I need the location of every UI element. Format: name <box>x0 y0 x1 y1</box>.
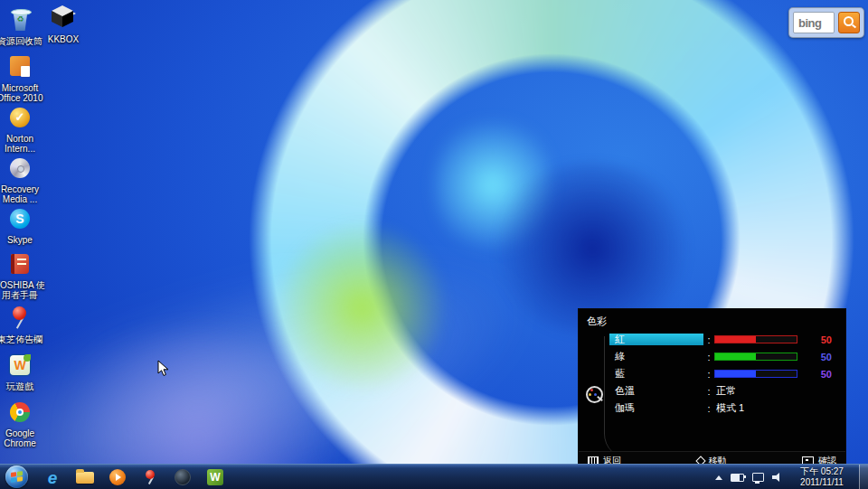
magnifier-icon <box>844 16 854 26</box>
internet-explorer-icon <box>48 469 58 486</box>
osd-title: 色彩 <box>587 315 607 328</box>
osd-row-label: 色溫 <box>609 385 703 397</box>
osd-row-label: 伽瑪 <box>609 402 703 414</box>
icon-label: 東芝佈告欄 <box>0 334 45 344</box>
desktop-icon-recovery-media[interactable]: Recovery Media ... <box>0 154 45 204</box>
osd-row-green: 綠 : 50 <box>609 348 840 365</box>
osd-row-label: 綠 <box>609 351 703 362</box>
osd-row-blue: 藍 : 50 <box>609 365 840 382</box>
taskbar: 下午 05:27 2011/11/11 <box>0 464 868 489</box>
battery-icon[interactable] <box>731 474 744 482</box>
desktop-icon-chrome[interactable]: Google Chrome <box>0 398 45 448</box>
taskbar-wildtangent-games[interactable] <box>201 466 230 488</box>
bing-gadget: bing <box>788 7 864 38</box>
desktop-icon-skype[interactable]: Skype <box>0 204 45 245</box>
taskbar-bulletin-board[interactable] <box>136 466 165 488</box>
mouse-cursor <box>157 360 170 378</box>
norton-icon <box>5 103 34 132</box>
recycle-bin-icon: ♻ <box>5 5 34 34</box>
icon-label: KKBOX <box>38 34 89 44</box>
osd-row-color-temp: 色溫 : 正常 <box>609 382 840 400</box>
osd-row-red: 紅 : 50 <box>609 331 840 348</box>
manual-book-icon <box>5 249 34 278</box>
folder-icon <box>76 472 94 484</box>
icon-label: Skype <box>0 235 45 245</box>
osd-rows: 紅 : 50 綠 : 50 藍 : 50 色溫 : 正常 <box>609 331 840 417</box>
desktop-icon-toshiba-manual[interactable]: TOSHIBA 使用者手冊 <box>0 249 45 300</box>
desktop-icon-kkbox[interactable]: KKBOX <box>38 4 89 44</box>
pushpin-icon <box>5 304 34 333</box>
desktop-icon-games[interactable]: 玩遊戲 <box>0 351 45 391</box>
osd-row-value: 50 <box>797 334 832 345</box>
icon-label: Recovery Media ... <box>0 184 45 204</box>
osd-row-value: 50 <box>797 352 832 362</box>
volume-icon[interactable] <box>772 472 783 483</box>
icon-label: Microsoft Office 2010 <box>0 83 45 103</box>
show-desktop-button[interactable] <box>859 465 868 489</box>
palette-icon <box>585 385 603 403</box>
network-icon[interactable] <box>752 473 764 482</box>
windows-logo-icon <box>11 471 23 483</box>
icon-label: Norton Intern... <box>0 134 45 154</box>
taskbar-eco-utility[interactable] <box>168 466 197 488</box>
taskbar-media-player[interactable] <box>103 466 132 488</box>
blue-slider <box>714 370 797 378</box>
monitor-osd-panel: 色彩 紅 : 50 綠 : 50 藍 : 50 <box>579 309 845 470</box>
icon-label: TOSHIBA 使用者手冊 <box>0 280 45 300</box>
icon-label: 玩遊戲 <box>0 381 45 391</box>
bing-search-input[interactable]: bing <box>793 12 835 33</box>
red-slider <box>714 335 797 343</box>
games-icon <box>5 351 34 380</box>
system-tray <box>715 465 783 489</box>
start-button[interactable] <box>5 465 28 488</box>
desktop-icon-office[interactable]: Microsoft Office 2010 <box>0 52 45 103</box>
taskbar-clock[interactable]: 下午 05:27 2011/11/11 <box>787 466 857 488</box>
show-hidden-icons-button[interactable] <box>715 475 722 480</box>
media-player-icon <box>109 469 126 485</box>
osd-row-gamma: 伽瑪 : 模式 1 <box>609 400 840 417</box>
bing-search-button[interactable] <box>838 12 860 33</box>
icon-label: Google Chrome <box>0 428 45 448</box>
disc-icon <box>5 154 34 183</box>
osd-row-value: 50 <box>797 369 832 380</box>
desktop: ♻ 資源回收筒 KKBOX Microsoft Office 2010 Nort… <box>0 0 868 489</box>
eco-utility-icon <box>175 469 191 485</box>
desktop-icon-toshiba-bulletin[interactable]: 東芝佈告欄 <box>0 304 45 344</box>
skype-icon <box>5 204 34 233</box>
osd-row-label: 紅 <box>609 334 703 345</box>
chrome-icon <box>5 398 34 427</box>
green-slider <box>714 353 797 361</box>
wildtangent-icon <box>207 469 223 485</box>
pushpin-icon <box>143 469 157 485</box>
osd-row-value: 正常 <box>714 384 736 398</box>
taskbar-explorer[interactable] <box>71 466 99 488</box>
clock-date: 2011/11/11 <box>787 477 857 488</box>
osd-row-value: 模式 1 <box>714 401 744 415</box>
wallpaper-green-glow <box>271 217 452 398</box>
kkbox-icon <box>49 4 78 33</box>
clock-time: 下午 05:27 <box>787 466 857 477</box>
taskbar-internet-explorer[interactable] <box>38 466 67 488</box>
bing-logo: bing <box>798 16 821 30</box>
desktop-icon-norton[interactable]: Norton Intern... <box>0 103 45 154</box>
osd-row-label: 藍 <box>609 368 703 380</box>
office-icon <box>5 52 34 81</box>
